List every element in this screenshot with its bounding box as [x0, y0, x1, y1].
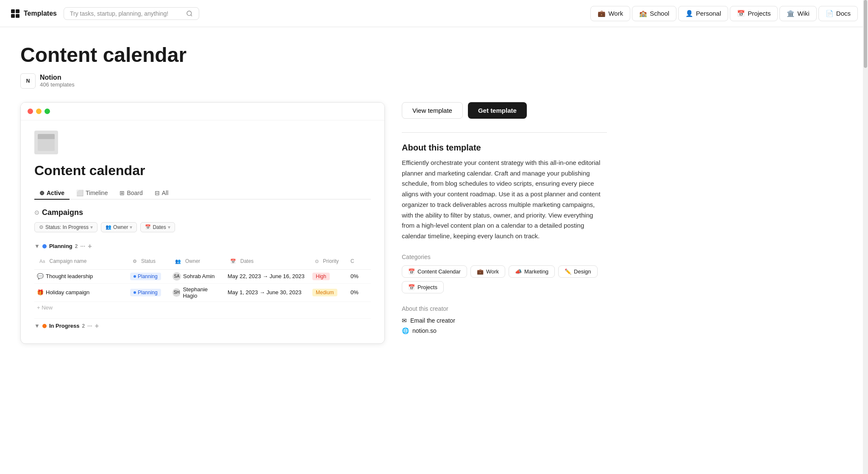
preview-body: Content calendar ⊕ Active ⬜ Timeline ⊞ B… — [21, 120, 384, 343]
preview-title: Content calendar — [34, 163, 371, 178]
col-header-status: ⚙ Status — [128, 255, 170, 268]
get-template-button[interactable]: Get template — [468, 102, 527, 119]
tab-timeline-icon: ⬜ — [76, 190, 83, 196]
scrollbar-track[interactable] — [863, 0, 868, 361]
svg-point-4 — [187, 11, 192, 16]
in-progress-add[interactable]: + — [95, 322, 99, 330]
categories-section: Categories 📅 Content Calendar 💼 Work 📣 M… — [402, 254, 607, 293]
filter-status-chevron: ▾ — [90, 224, 93, 230]
nav-item-wiki[interactable]: 🏛️ Wiki — [779, 6, 816, 21]
row2-name-icon: 🎁 — [37, 289, 44, 296]
tab-timeline[interactable]: ⬜ Timeline — [71, 187, 113, 200]
cell-priority-2: Medium — [310, 286, 348, 299]
tab-active-label: Active — [47, 190, 64, 196]
nav-item-work[interactable]: 💼 Work — [590, 6, 630, 21]
planning-add[interactable]: + — [88, 243, 92, 250]
planning-dot — [42, 244, 47, 248]
preview-tabs: ⊕ Active ⬜ Timeline ⊞ Board ⊟ All — [34, 187, 371, 200]
website-link[interactable]: 🌐 notion.so — [402, 327, 607, 334]
view-template-button[interactable]: View template — [402, 102, 463, 119]
filter-dates-label: Dates — [153, 224, 166, 230]
svg-text:N: N — [26, 78, 30, 84]
about-section: About this template Efficiently orchestr… — [402, 143, 607, 242]
planning-more[interactable]: ··· — [80, 243, 85, 250]
nav-item-personal-label: Personal — [696, 10, 721, 17]
category-marketing[interactable]: 📣 Marketing — [509, 265, 555, 278]
tab-active[interactable]: ⊕ Active — [34, 187, 70, 200]
svg-rect-2 — [11, 14, 15, 18]
search-bar[interactable]: Try tasks, startup, planning, anything! — [64, 7, 199, 20]
col-header-priority: ⊙ Priority — [310, 255, 348, 268]
filter-owner-icon: 👥 — [106, 224, 111, 230]
email-creator-link[interactable]: ✉ Email the creator — [402, 317, 607, 324]
cell-name-2: 🎁 Holiday campaign — [34, 287, 128, 298]
tab-board[interactable]: ⊞ Board — [114, 187, 147, 200]
category-projects[interactable]: 📅 Projects — [402, 281, 444, 293]
col-header-owner: 👥 Owner — [170, 255, 225, 268]
row1-name-icon: 💬 — [37, 273, 44, 279]
search-icon — [186, 10, 193, 17]
personal-icon: 👤 — [685, 10, 693, 17]
content-calendar-icon: 📅 — [408, 268, 415, 275]
page-title: Content calendar — [20, 44, 607, 67]
svg-rect-3 — [16, 14, 19, 18]
projects-cat-icon: 📅 — [408, 284, 415, 290]
logo-area[interactable]: Templates — [10, 8, 57, 19]
category-work[interactable]: 💼 Work — [470, 265, 505, 278]
template-preview: Content calendar ⊕ Active ⬜ Timeline ⊞ B… — [20, 102, 385, 344]
category-content-calendar[interactable]: 📅 Content Calendar — [402, 265, 467, 278]
col-header-name: Aa Campaign name — [34, 255, 128, 268]
cell-dates-2: May 1, 2023 → June 30, 2023 — [225, 287, 310, 298]
nav-item-personal[interactable]: 👤 Personal — [678, 6, 728, 21]
group-planning: ▼ Planning 2 ··· + — [34, 239, 371, 254]
templates-logo-icon — [10, 8, 20, 19]
group-toggle-in-progress[interactable]: ▼ — [34, 323, 40, 329]
cell-owner-2: SH Stephanie Hagio — [170, 284, 225, 301]
nav-item-projects[interactable]: 📅 Projects — [730, 6, 778, 21]
wiki-icon: 🏛️ — [787, 10, 795, 17]
tab-all[interactable]: ⊟ All — [150, 187, 174, 200]
cell-name-1: 💬 Thought leadership — [34, 270, 128, 282]
tab-board-icon: ⊞ — [120, 190, 125, 196]
filter-status-label: Status: In Progress — [45, 224, 89, 230]
scrollbar-thumb[interactable] — [864, 0, 867, 68]
row1-completion: 0% — [351, 273, 359, 279]
planning-label: Planning — [49, 243, 72, 249]
row2-avatar: SH — [172, 288, 181, 297]
nav-item-wiki-label: Wiki — [797, 10, 809, 17]
row1-name: Thought leadership — [46, 273, 93, 279]
row2-priority: Medium — [312, 289, 337, 296]
website-label: notion.so — [412, 327, 437, 334]
row2-dates: May 1, 2023 → June 30, 2023 — [228, 289, 301, 296]
content-area: Content calendar ⊕ Active ⬜ Timeline ⊞ B… — [20, 102, 607, 344]
cell-completion-1: 0% — [348, 270, 365, 282]
row1-owner: Sohrab Amin — [183, 273, 214, 279]
row2-owner: Stephanie Hagio — [183, 286, 223, 299]
category-design[interactable]: ✏️ Design — [558, 265, 597, 278]
design-label: Design — [574, 268, 591, 275]
in-progress-more[interactable]: ··· — [87, 323, 92, 329]
tab-all-label: All — [162, 190, 169, 196]
new-row-button[interactable]: + New — [34, 302, 371, 313]
filter-owner[interactable]: 👥 Owner ▾ — [101, 222, 137, 232]
notion-logo: N — [20, 73, 36, 89]
header: Templates Try tasks, startup, planning, … — [0, 0, 868, 27]
filter-dates[interactable]: 📅 Dates ▾ — [140, 222, 175, 232]
nav-item-school[interactable]: 🏫 School — [632, 6, 676, 21]
group-toggle-planning[interactable]: ▼ — [34, 243, 40, 249]
divider — [402, 132, 607, 133]
window-chrome — [21, 103, 384, 120]
col-header-dates: 📅 Dates — [225, 255, 310, 268]
planning-count: 2 — [75, 243, 78, 249]
table-row: 💬 Thought leadership Planning SA Sohrab … — [34, 270, 371, 284]
tab-board-label: Board — [127, 190, 142, 196]
action-buttons: View template Get template — [402, 102, 607, 119]
filter-owner-chevron: ▾ — [130, 224, 132, 230]
row1-dates: May 22, 2023 → June 16, 2023 — [228, 273, 304, 279]
filter-owner-label: Owner — [113, 224, 128, 230]
tab-active-icon: ⊕ — [39, 190, 45, 196]
content-calendar-label: Content Calendar — [417, 268, 461, 275]
nav-item-docs[interactable]: 📄 Docs — [818, 6, 858, 21]
filter-status[interactable]: ⚙ Status: In Progress ▾ — [34, 222, 97, 232]
work-cat-icon: 💼 — [477, 268, 484, 275]
